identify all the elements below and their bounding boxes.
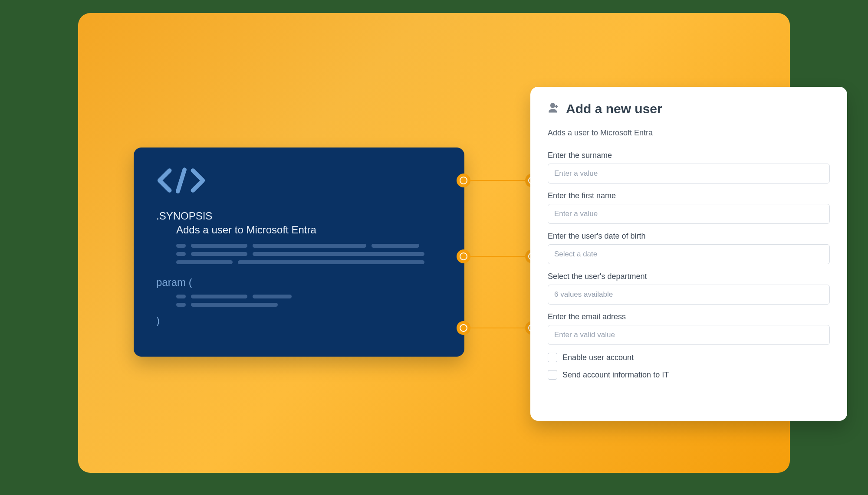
canvas: .SYNOPSIS Adds a user to Microsoft Entra…: [78, 13, 790, 473]
param-close: ): [156, 315, 442, 327]
field-dob: Enter the user's date of birth: [548, 232, 830, 264]
checkbox-enable[interactable]: [548, 353, 557, 362]
svg-line-0: [178, 170, 184, 191]
field-email: Enter the email adress: [548, 312, 830, 345]
label-firstname: Enter the first name: [548, 191, 830, 200]
check-row-sendit: Send account information to IT: [548, 370, 830, 380]
checkbox-sendit[interactable]: [548, 370, 557, 380]
label-email: Enter the email adress: [548, 312, 830, 321]
field-firstname: Enter the first name: [548, 191, 830, 224]
check-row-enable: Enable user account: [548, 353, 830, 362]
select-department[interactable]: [548, 285, 830, 305]
add-user-icon: [548, 102, 560, 116]
check-label-sendit: Send account information to IT: [562, 370, 669, 380]
input-surname[interactable]: [548, 164, 830, 184]
field-surname: Enter the surname: [548, 151, 830, 184]
connector-1: [457, 174, 539, 187]
connector-dot-icon: [457, 321, 470, 335]
synopsis-text: Adds a user to Microsoft Entra: [176, 224, 442, 236]
input-firstname[interactable]: [548, 204, 830, 224]
param-open: param (: [156, 276, 442, 288]
code-card: .SYNOPSIS Adds a user to Microsoft Entra…: [134, 148, 464, 357]
check-label-enable: Enable user account: [562, 353, 634, 362]
connector-dot-icon: [457, 174, 470, 187]
redacted-block-1: [176, 244, 442, 264]
form-card: Add a new user Adds a user to Microsoft …: [530, 87, 847, 421]
input-email[interactable]: [548, 325, 830, 345]
connector-dot-icon: [457, 249, 470, 263]
input-dob[interactable]: [548, 244, 830, 264]
redacted-block-2: [176, 295, 442, 307]
code-icon: [156, 167, 442, 196]
connector-2: [457, 250, 539, 262]
connector-3: [457, 322, 539, 334]
form-subtitle: Adds a user to Microsoft Entra: [548, 128, 830, 143]
label-dob: Enter the user's date of birth: [548, 232, 830, 241]
form-header: Add a new user: [548, 102, 830, 116]
label-department: Select the user's department: [548, 272, 830, 281]
label-surname: Enter the surname: [548, 151, 830, 160]
form-title: Add a new user: [566, 102, 662, 116]
field-department: Select the user's department: [548, 272, 830, 305]
synopsis-keyword: .SYNOPSIS: [156, 210, 442, 222]
